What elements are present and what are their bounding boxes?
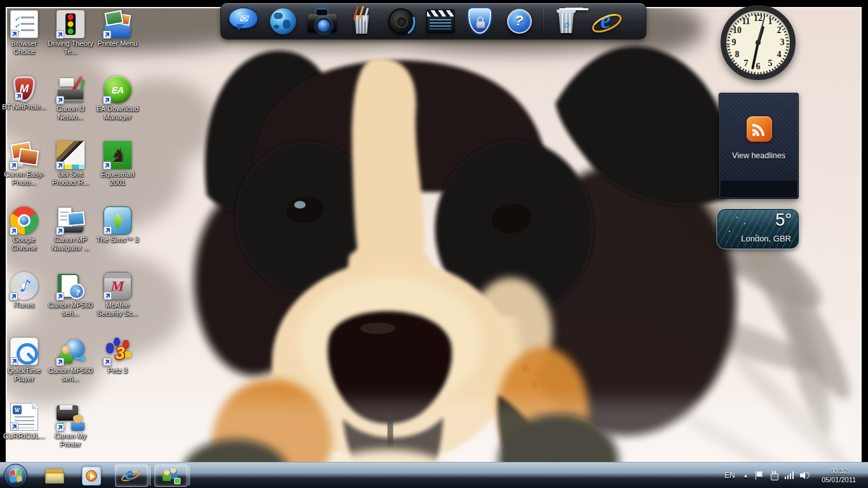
system-tray: EN ▲ 00:32 05/01/2011: [722, 463, 868, 488]
dock-item-internet-explorer[interactable]: e: [586, 4, 625, 37]
language-indicator[interactable]: EN: [722, 471, 737, 480]
clapperboard-icon: [426, 10, 454, 32]
show-hidden-icons-button[interactable]: ▲: [743, 473, 749, 478]
desktop-icon-the-sims-3[interactable]: The Sims™ 3: [94, 206, 141, 244]
internet-explorer-icon: e: [120, 466, 143, 485]
desktop-icon-canon-mp-navigator[interactable]: Canon MP Navigator ...: [47, 206, 94, 252]
weather-temperature: 5°: [775, 210, 792, 230]
desktop-icon-canon-mp560-manual[interactable]: ? Canon MP560 seri...: [47, 271, 94, 318]
desktop-icon-equestriad-2001[interactable]: ♞ Equestriad 2001: [94, 140, 141, 187]
shortcut-arrow-icon: [103, 358, 111, 366]
stacked-windows-indicator: [149, 466, 151, 485]
traffic-light-icon: [57, 10, 85, 38]
rss-feed-gadget[interactable]: View headlines: [719, 93, 799, 199]
shield-lock-icon: [468, 8, 491, 34]
desktop-icon-ubisoft-product-registration[interactable]: Ubi Soft Product R...: [47, 140, 94, 187]
cd-music-note-icon: ♪: [10, 272, 38, 300]
printer-tools-icon: [57, 76, 85, 104]
dock-item-security[interactable]: [460, 4, 499, 37]
desktop-icon-ea-download-manager[interactable]: EA EA Download Manager: [94, 75, 141, 121]
horse-rider-icon: ♞: [104, 141, 132, 169]
pencil-icon: [57, 141, 85, 169]
tray-date: 05/01/2011: [820, 475, 858, 484]
desktop-icon-browser-choice[interactable]: ✓✓✓ Browser Choice: [1, 10, 48, 56]
shortcut-arrow-icon: [10, 423, 18, 431]
shortcut-arrow-icon: [56, 96, 64, 104]
camera-icon: [308, 10, 337, 32]
start-button[interactable]: [4, 464, 27, 487]
power-plug-icon[interactable]: [770, 471, 778, 480]
photo-stack-icon: [10, 141, 38, 169]
shortcut-arrow-icon: [10, 161, 18, 170]
shortcut-arrow-icon: [10, 30, 18, 38]
desktop-icon-petz-3[interactable]: 3 Petz 3: [94, 337, 141, 375]
shortcut-arrow-icon: [103, 30, 111, 39]
rss-feed-icon: [747, 116, 772, 142]
printer-user-icon: [57, 403, 85, 431]
shortcut-arrow-icon: [10, 357, 18, 365]
dock-item-web-browser[interactable]: [263, 4, 302, 37]
manual-book-icon: ?: [57, 272, 85, 300]
ea-circle-icon: EA: [104, 76, 132, 104]
dock-divider: [542, 8, 543, 34]
photo-box-icon: [104, 10, 132, 38]
desktop-icon-google-chrome[interactable]: Google Chrome: [1, 206, 48, 252]
volume-speaker-icon[interactable]: [800, 471, 811, 480]
dock-item-mail[interactable]: ✉: [224, 4, 263, 37]
desktop-icon-quicktime-player[interactable]: QuickTime Player: [1, 337, 48, 383]
desktop-icon-canon-ij-network[interactable]: Canon IJ Netwo...: [47, 75, 94, 121]
question-mark-icon: ?: [507, 9, 532, 34]
dock-item-movies[interactable]: [421, 4, 460, 37]
rss-gadget-label[interactable]: View headlines: [719, 151, 798, 160]
taskbar-item-windows-explorer[interactable]: [42, 464, 67, 487]
action-center-flag-icon[interactable]: [755, 471, 763, 480]
desktop-icon-bt-netprotect[interactable]: M BT NetProte...: [1, 75, 48, 111]
word-document-icon: W: [10, 403, 38, 431]
taskbar-item-internet-explorer[interactable]: e: [115, 464, 148, 487]
weather-location: London, GBR: [741, 234, 791, 243]
desktop-icon-curriculum-document[interactable]: W CURRICUL...: [1, 402, 48, 440]
taskbar-clock[interactable]: 00:32 05/01/2011: [817, 466, 863, 484]
user-globe-icon: [57, 337, 85, 365]
mail-bubble-icon: ✉: [229, 8, 258, 34]
speaker-icon: [388, 8, 414, 34]
weather-gadget[interactable]: 5° London, GBR: [717, 209, 799, 248]
dock-item-help[interactable]: ?: [499, 4, 539, 37]
dock-item-recycle-bin[interactable]: ♻: [546, 4, 586, 37]
shortcut-arrow-icon: [104, 226, 112, 234]
shortcut-arrow-icon: [56, 161, 64, 170]
dock-item-camera[interactable]: [302, 4, 342, 37]
desktop-icon-mcafee-security-scan[interactable]: M McAfee Security Sc...: [94, 271, 141, 318]
plumbob-icon: [104, 207, 132, 234]
online-status-icon: [174, 478, 180, 484]
shortcut-arrow-icon: [56, 30, 64, 39]
shortcut-arrow-icon: [56, 227, 64, 235]
taskbar-item-windows-live-messenger[interactable]: [154, 464, 187, 487]
ie-logo-icon: e: [591, 8, 620, 34]
paw-print-icon: 3: [104, 337, 132, 365]
shortcut-arrow-icon: [56, 423, 64, 431]
lock-icon: [477, 22, 485, 28]
shortcut-arrow-icon: [10, 292, 18, 301]
desktop-icon-canon-easy-photoprint[interactable]: Canon Easy-Photo...: [1, 140, 48, 187]
clock-gadget[interactable]: 121234567891011: [721, 5, 796, 80]
shortcut-arrow-icon: [56, 358, 64, 366]
dock: ✉ ? ♻ e: [220, 3, 646, 39]
shortcut-arrow-icon: [104, 292, 112, 300]
checklist-icon: ✓✓✓: [10, 10, 38, 38]
desktop-icon-canon-mp560-registration[interactable]: Canon MP560 seri...: [47, 337, 94, 383]
dock-item-audio[interactable]: [381, 4, 421, 37]
network-signal-icon[interactable]: [785, 471, 794, 479]
desktop-icon-canon-my-printer[interactable]: Canon My Printer: [47, 402, 94, 449]
dock-item-graphics-tools[interactable]: [342, 4, 381, 37]
desktop-icon-itunes[interactable]: ♪ iTunes: [1, 271, 48, 309]
desktop-icon-printer-menu[interactable]: Printer Menu: [94, 10, 141, 48]
quicktime-q-icon: [10, 337, 38, 365]
taskbar-item-windows-media-player[interactable]: [79, 464, 104, 487]
shortcut-arrow-icon: [56, 292, 64, 301]
globe-icon: [270, 8, 296, 34]
trash-basket-icon: ♻: [552, 8, 580, 34]
stacked-windows-indicator: [188, 466, 190, 485]
document-photo-icon: [57, 207, 85, 234]
desktop-icon-driving-theory-test[interactable]: Driving Theory Te...: [47, 10, 94, 56]
